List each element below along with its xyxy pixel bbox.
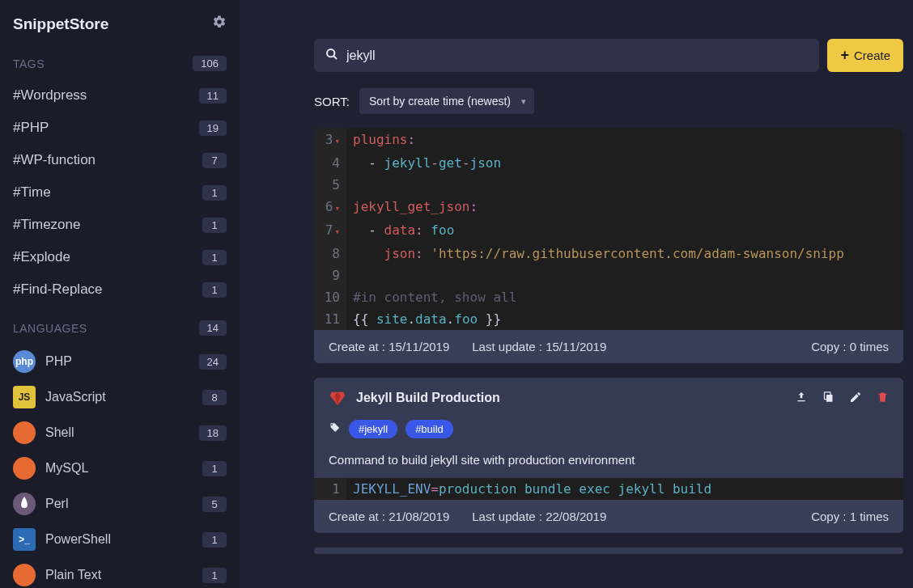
export-icon[interactable] bbox=[795, 391, 808, 406]
language-icon bbox=[13, 564, 36, 586]
language-name: PHP bbox=[45, 354, 72, 369]
tag-name: #Timezone bbox=[13, 217, 80, 233]
languages-section-header: LANGUAGES 14 bbox=[0, 312, 240, 344]
snippet-list[interactable]: 3▾plugins:4 - jekyll-get-json5 6▾jekyll_… bbox=[314, 129, 903, 588]
sort-row: SORT: Sort by create time (newest) bbox=[314, 72, 903, 129]
sidebar-tag-item[interactable]: #PHP19 bbox=[0, 112, 240, 144]
code-line: 11{{ site.data.foo }} bbox=[314, 308, 903, 330]
languages-label: LANGUAGES bbox=[13, 322, 87, 335]
language-icon bbox=[13, 421, 36, 444]
sidebar-tag-item[interactable]: #Timezone1 bbox=[0, 209, 240, 241]
tag-count-badge: 1 bbox=[202, 218, 227, 233]
edit-icon[interactable] bbox=[849, 391, 862, 406]
main-area: + Create SORT: Sort by create time (newe… bbox=[240, 0, 913, 588]
language-name: JavaScript bbox=[45, 390, 106, 404]
updated-at: Last update : 22/08/2019 bbox=[472, 510, 606, 523]
copy-count: Copy : 1 times bbox=[811, 510, 889, 523]
code-line: 3▾plugins: bbox=[314, 129, 903, 152]
snippet-footer: Create at : 21/08/2019 Last update : 22/… bbox=[314, 500, 903, 533]
line-number: 3▾ bbox=[314, 129, 346, 152]
code-line: 7▾ - data: foo bbox=[314, 219, 903, 243]
sidebar-tag-item[interactable]: #Wordpress11 bbox=[0, 79, 240, 112]
sidebar-language-item[interactable]: phpPHP24 bbox=[0, 344, 240, 379]
language-count-badge: 1 bbox=[202, 568, 227, 583]
tag-pill[interactable]: #jekyll bbox=[349, 420, 397, 438]
created-at: Create at : 15/11/2019 bbox=[329, 340, 449, 353]
code-line: 4 - jekyll-get-json bbox=[314, 152, 903, 174]
snippet-description: Command to build jekyll site with produc… bbox=[314, 448, 903, 478]
code-line: 9 bbox=[314, 264, 903, 286]
language-count-badge: 5 bbox=[202, 497, 227, 512]
line-number: 9 bbox=[314, 264, 346, 286]
language-icon: JS bbox=[13, 386, 36, 408]
language-name: MySQL bbox=[45, 461, 88, 476]
snippet-actions bbox=[795, 391, 889, 406]
updated-at: Last update : 15/11/2019 bbox=[472, 340, 606, 353]
snippet-title: Jekyll Build Production bbox=[356, 391, 500, 405]
line-number: 1 bbox=[314, 478, 346, 500]
code-block[interactable]: 1JEKYLL_ENV=production bundle exec jekyl… bbox=[314, 478, 903, 500]
language-count-badge: 1 bbox=[202, 461, 227, 476]
language-icon: >_ bbox=[13, 528, 36, 551]
line-number: 8 bbox=[314, 243, 346, 264]
sidebar-tag-item[interactable]: #WP-function7 bbox=[0, 144, 240, 176]
create-button[interactable]: + Create bbox=[827, 39, 903, 72]
sidebar: SnippetStore TAGS 106 #Wordpress11#PHP19… bbox=[0, 0, 240, 588]
svg-rect-2 bbox=[826, 395, 833, 402]
languages-count-badge: 14 bbox=[199, 320, 227, 336]
sidebar-language-item[interactable]: MySQL1 bbox=[0, 451, 240, 486]
sidebar-tag-item[interactable]: #Time1 bbox=[0, 176, 240, 209]
sidebar-tag-item[interactable]: #Explode1 bbox=[0, 241, 240, 273]
snippet-card bbox=[314, 548, 903, 554]
language-name: PowerShell bbox=[45, 532, 111, 547]
tag-count-badge: 7 bbox=[202, 153, 227, 168]
tag-pill[interactable]: #build bbox=[406, 420, 453, 438]
search-box[interactable] bbox=[314, 39, 819, 72]
sort-select[interactable]: Sort by create time (newest) bbox=[359, 88, 534, 114]
tag-name: #Time bbox=[13, 184, 51, 201]
svg-line-1 bbox=[333, 56, 337, 59]
tags-label: TAGS bbox=[13, 57, 45, 70]
language-count-badge: 18 bbox=[199, 425, 227, 441]
code-line: 10#in content, show all bbox=[314, 286, 903, 308]
tag-name: #Wordpress bbox=[13, 87, 87, 104]
line-number: 7▾ bbox=[314, 219, 346, 243]
snippet-footer: Create at : 15/11/2019 Last update : 15/… bbox=[314, 330, 903, 363]
gear-icon[interactable] bbox=[212, 15, 227, 33]
line-number: 10 bbox=[314, 286, 346, 308]
sidebar-language-item[interactable]: JSJavaScript8 bbox=[0, 379, 240, 415]
sidebar-tag-item[interactable]: #Find-Replace1 bbox=[0, 273, 240, 306]
code-line: 1JEKYLL_ENV=production bundle exec jekyl… bbox=[314, 478, 903, 500]
code-block[interactable]: 3▾plugins:4 - jekyll-get-json5 6▾jekyll_… bbox=[314, 129, 903, 330]
plus-icon: + bbox=[840, 47, 849, 64]
topbar: + Create bbox=[314, 39, 903, 72]
tag-count-badge: 1 bbox=[202, 282, 227, 298]
svg-point-0 bbox=[327, 49, 334, 57]
app-title: SnippetStore bbox=[13, 15, 108, 33]
sidebar-language-item[interactable]: Perl5 bbox=[0, 486, 240, 522]
snippet-header: Jekyll Build Production bbox=[314, 378, 903, 415]
snippet-tags: #jekyll #build bbox=[314, 415, 903, 448]
tags-count-badge: 106 bbox=[193, 56, 227, 71]
sidebar-language-item[interactable]: Shell18 bbox=[0, 415, 240, 451]
create-label: Create bbox=[854, 49, 890, 62]
trash-icon[interactable] bbox=[877, 391, 889, 406]
sidebar-language-item[interactable]: >_PowerShell1 bbox=[0, 522, 240, 557]
ruby-icon bbox=[329, 389, 346, 407]
sidebar-header: SnippetStore bbox=[0, 0, 240, 48]
sidebar-language-item[interactable]: Plain Text1 bbox=[0, 557, 240, 588]
search-icon bbox=[325, 48, 338, 64]
language-icon bbox=[13, 457, 36, 480]
tag-name: #Explode bbox=[13, 249, 70, 265]
language-count-badge: 8 bbox=[202, 390, 227, 405]
search-input[interactable] bbox=[346, 49, 808, 63]
tag-icon bbox=[329, 422, 341, 437]
created-at: Create at : 21/08/2019 bbox=[329, 510, 449, 523]
copy-icon[interactable] bbox=[822, 391, 834, 405]
tags-section-header: TAGS 106 bbox=[0, 48, 240, 79]
tag-count-badge: 11 bbox=[199, 88, 227, 104]
language-count-badge: 1 bbox=[202, 532, 227, 548]
line-number: 6▾ bbox=[314, 196, 346, 219]
language-name: Shell bbox=[45, 425, 74, 440]
tag-count-badge: 1 bbox=[202, 250, 227, 265]
